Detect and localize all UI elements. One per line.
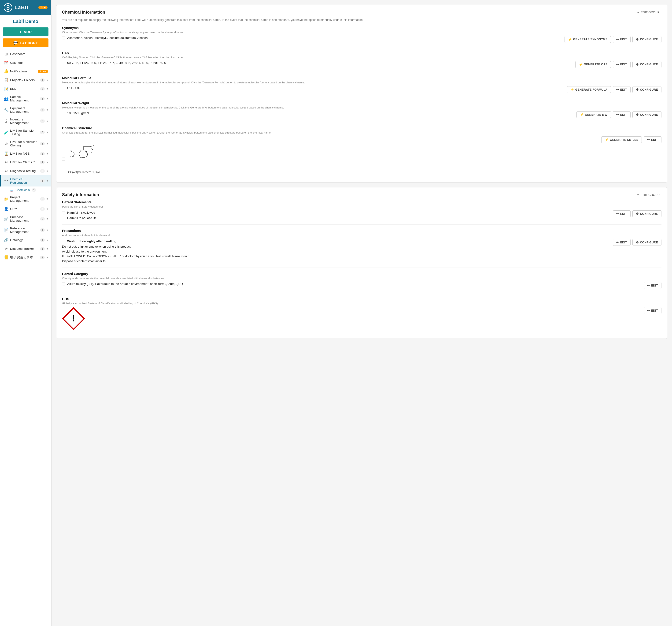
- edit-ghs-button[interactable]: ✏ EDIT: [644, 307, 662, 314]
- precautions-checkbox[interactable]: [62, 240, 65, 243]
- hazard-category-subdesc: Classify and communicate the potential h…: [62, 276, 662, 280]
- sidebar-item-lims-crispr[interactable]: ✂ LIMS for CRISPR 2 ▾: [0, 158, 51, 167]
- cas-checkbox[interactable]: [62, 62, 65, 65]
- hazard-checkbox[interactable]: [62, 212, 65, 215]
- sidebar-item-lims-sample[interactable]: 🧪 LIMS for Sample Testing 3 ▾: [0, 127, 51, 138]
- sidebar-item-chemical-registration[interactable]: 〜 Chemical Registration 1 ▾: [0, 175, 51, 186]
- precautions-label: Precautions: [62, 229, 662, 233]
- edit-label: EDIT: [620, 241, 627, 244]
- generate-mw-button[interactable]: ⚡ GENERATE MW: [576, 111, 611, 118]
- sidebar-item-dashboard[interactable]: ⊞ Dashboard: [0, 50, 51, 58]
- sidebar-item-label: Notifications: [10, 70, 36, 73]
- sidebar-item-calendar[interactable]: 📅 Calendar: [0, 58, 51, 67]
- safety-info-title: Safety information: [62, 192, 99, 197]
- chemical-info-desc: You are not required to supply the follo…: [62, 18, 662, 22]
- hazard-category-value: Acute toxicity (3.1), Hazardous to the a…: [62, 282, 640, 286]
- sidebar-item-crm[interactable]: 👤 CRM 8 ▾: [0, 205, 51, 213]
- sidebar-item-sample-management[interactable]: 👥 Sample Management 6 ▾: [0, 93, 51, 104]
- ghs-value: !: [62, 307, 85, 330]
- gear-icon: ⚙: [636, 88, 639, 91]
- chevron-down-icon: ▾: [47, 238, 48, 242]
- safety-info-card: Safety information ✏ EDIT GROUP Hazard S…: [56, 187, 667, 339]
- sidebar-item-lims-molecular[interactable]: ⊕ LIMS for Molecular Cloning 5 ▾: [0, 138, 51, 149]
- flash-icon: ⚡: [570, 88, 574, 91]
- sidebar-item-notifications[interactable]: 🔔 Notifications 2 new: [0, 67, 51, 76]
- sidebar-item-label: LIMS for Sample Testing: [10, 129, 38, 136]
- sidebar-item-equipment-management[interactable]: 🔧 Equipment Management 4 ▾: [0, 104, 51, 116]
- lims-ngs-count: 6: [40, 152, 45, 155]
- configure-mw-button[interactable]: ⚙ CONFIGURE: [632, 111, 662, 118]
- smiles-text: CC(=O)Oc1ccccc1C(O)=O: [68, 170, 102, 174]
- synonyms-checkbox[interactable]: [62, 37, 65, 40]
- sidebar-item-diagnostic[interactable]: ⚙ Diagnostic Testing 3 ▾: [0, 167, 51, 175]
- generate-cas-button[interactable]: ⚡ GENERATE CAS: [575, 61, 611, 68]
- edit-formula-button[interactable]: ✏ EDIT: [613, 86, 630, 93]
- edit-precautions-button[interactable]: ✏ EDIT: [613, 239, 630, 246]
- sidebar-item-reference[interactable]: 📄 Reference Management 1 ▾: [0, 225, 51, 236]
- edit-group-button[interactable]: ✏ EDIT GROUP: [635, 9, 662, 15]
- chemicals-icon: 🧫: [9, 188, 14, 192]
- configure-hazard-button[interactable]: ⚙ CONFIGURE: [632, 210, 662, 217]
- sidebar-item-purchase[interactable]: 🛒 Purchase Management 2 ▾: [0, 213, 51, 225]
- sidebar: LaBII Trial Labii Demo + ADD 💬 LABIIGPT …: [0, 0, 51, 626]
- hazard-statements-value: Harmful if swallowed Harmful to aquatic …: [62, 210, 97, 221]
- molecular-weight-field: Molecular Weight Molecular weight is a m…: [62, 101, 662, 122]
- configure-label: CONFIGURE: [640, 212, 658, 215]
- generate-synonyms-label: GENERATE SYNONYMS: [573, 38, 607, 41]
- chevron-down-icon: ▾: [47, 197, 48, 201]
- edit-synonyms-button[interactable]: ✏ EDIT: [613, 36, 630, 43]
- edit-cas-button[interactable]: ✏ EDIT: [613, 61, 630, 68]
- configure-formula-button[interactable]: ⚙ CONFIGURE: [632, 86, 662, 93]
- mw-checkbox[interactable]: [62, 112, 65, 115]
- sidebar-item-chinese[interactable]: 📒 电子实验记录本 1 ▾: [0, 253, 51, 262]
- cas-actions: ⚡ GENERATE CAS ✏ EDIT ⚙ CONFIGURE: [575, 61, 662, 68]
- chevron-down-icon: ▾: [47, 247, 48, 251]
- configure-precautions-button[interactable]: ⚙ CONFIGURE: [632, 239, 662, 246]
- formula-text: C9H8O4: [67, 86, 80, 90]
- sidebar-item-chemicals[interactable]: 🧫 Chemicals 1: [0, 186, 51, 193]
- cas-subdesc: CAS Registry Number. Click the 'Generate…: [62, 55, 662, 59]
- generate-formula-button[interactable]: ⚡ GENERATE FORMULA: [567, 86, 611, 93]
- generate-synonyms-button[interactable]: ⚡ GENERATE SYNONYMS: [565, 36, 611, 43]
- chemical-structure-field: Chemical Structure Chemical structure fo…: [62, 126, 662, 178]
- add-button[interactable]: + ADD: [3, 27, 48, 36]
- hazard-statements-subdesc: Paste the link of Safety data sheet: [62, 205, 662, 209]
- logo-text: LaBII: [15, 4, 28, 10]
- sidebar-item-projects-folders[interactable]: 📋 Projects / Folders 1 ▾: [0, 76, 51, 84]
- pencil-icon: ✏: [647, 284, 650, 287]
- sidebar-item-inventory-management[interactable]: 🗄 Inventory Management 6 ▾: [0, 116, 51, 127]
- sidebar-item-diabetes[interactable]: ✳ Diabetes Tracker 1 ▾: [0, 245, 51, 253]
- sample-count: 6: [40, 97, 45, 100]
- hazard-cat-checkbox[interactable]: [62, 282, 65, 286]
- edit-smiles-button[interactable]: ✏ EDIT: [644, 136, 662, 143]
- ghs-field: GHS Globally Harmonized System of Classi…: [62, 297, 662, 334]
- configure-synonyms-button[interactable]: ⚙ CONFIGURE: [632, 36, 662, 43]
- hazard-category-field: Hazard Category Classify and communicate…: [62, 272, 662, 293]
- generate-smiles-button[interactable]: ⚡ GENERATE SMILES: [601, 136, 642, 143]
- edit-hazard-button[interactable]: ✏ EDIT: [613, 210, 630, 217]
- edit-mw-button[interactable]: ✏ EDIT: [613, 111, 630, 118]
- notifications-count: 2 new: [38, 70, 48, 73]
- svg-text:O: O: [70, 150, 72, 152]
- crm-count: 8: [40, 207, 45, 211]
- sidebar-item-ontology[interactable]: 🔗 Ontology 1 ▾: [0, 236, 51, 245]
- sidebar-item-lims-ngs[interactable]: ⏳ LIMS for NGS 6 ▾: [0, 149, 51, 158]
- labii-gpt-button[interactable]: 💬 LABIIGPT: [3, 39, 48, 47]
- gear-icon: ⚙: [636, 38, 639, 41]
- smiles-checkbox[interactable]: [62, 157, 65, 161]
- bell-icon: 🔔: [4, 69, 8, 74]
- cas-field: CAS CAS Registry Number. Click the 'Gene…: [62, 51, 662, 72]
- sidebar-item-label: Sample Management: [10, 95, 38, 102]
- plus-icon: +: [19, 30, 22, 34]
- edit-hazard-cat-button[interactable]: ✏ EDIT: [644, 282, 662, 289]
- formula-checkbox[interactable]: [62, 87, 65, 90]
- sidebar-item-label: ELN: [10, 87, 38, 90]
- hazard-statements-value-row: Harmful if swallowed Harmful to aquatic …: [62, 210, 662, 221]
- molecular-formula-field: Molecular Formula Molecular formulas giv…: [62, 76, 662, 97]
- configure-cas-button[interactable]: ⚙ CONFIGURE: [632, 61, 662, 68]
- sidebar-item-project-management[interactable]: 📁 Project Management 3 ▾: [0, 193, 51, 205]
- edit-safety-group-button[interactable]: ✏ EDIT GROUP: [635, 192, 662, 198]
- app-name: Labii Demo: [0, 15, 51, 26]
- sidebar-item-label: Ontology: [10, 238, 38, 242]
- sidebar-item-eln[interactable]: 📝 ELN 5 ▾: [0, 84, 51, 93]
